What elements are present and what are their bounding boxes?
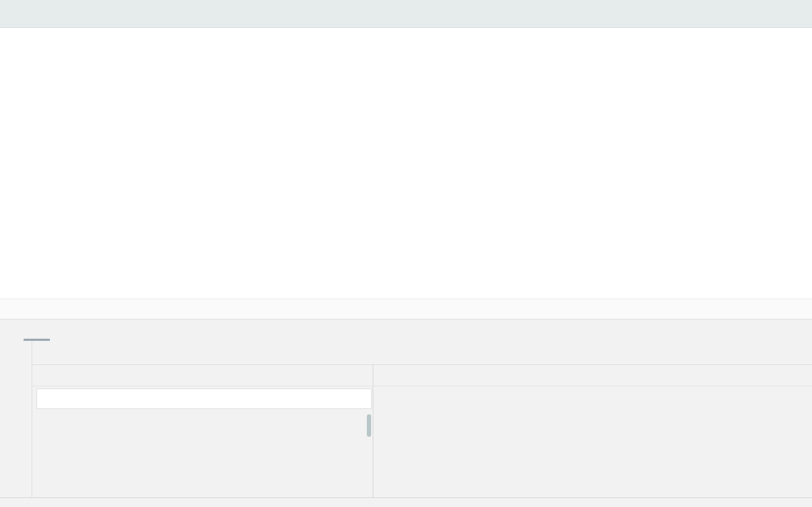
frames-panel	[32, 365, 373, 497]
debug-session-tab[interactable]	[24, 319, 50, 341]
variables-panel	[373, 365, 812, 497]
status-bar	[0, 497, 812, 507]
scrollbar-thumb[interactable]	[367, 414, 371, 437]
variables-list	[394, 387, 812, 497]
debugger-toolbar	[32, 341, 812, 365]
code-editor[interactable]	[0, 28, 812, 299]
frames-panel-title	[32, 365, 373, 386]
editor-tab-bar	[0, 0, 812, 28]
debug-left-toolbar	[0, 341, 32, 497]
watches-toolbar	[373, 387, 394, 497]
debug-toolwindow-header	[0, 319, 812, 341]
thread-selector-dropdown[interactable]	[36, 389, 372, 409]
ide-window	[0, 0, 812, 507]
variables-panel-title	[373, 365, 812, 386]
variables-body	[373, 387, 812, 497]
breadcrumb-bar	[0, 299, 812, 319]
